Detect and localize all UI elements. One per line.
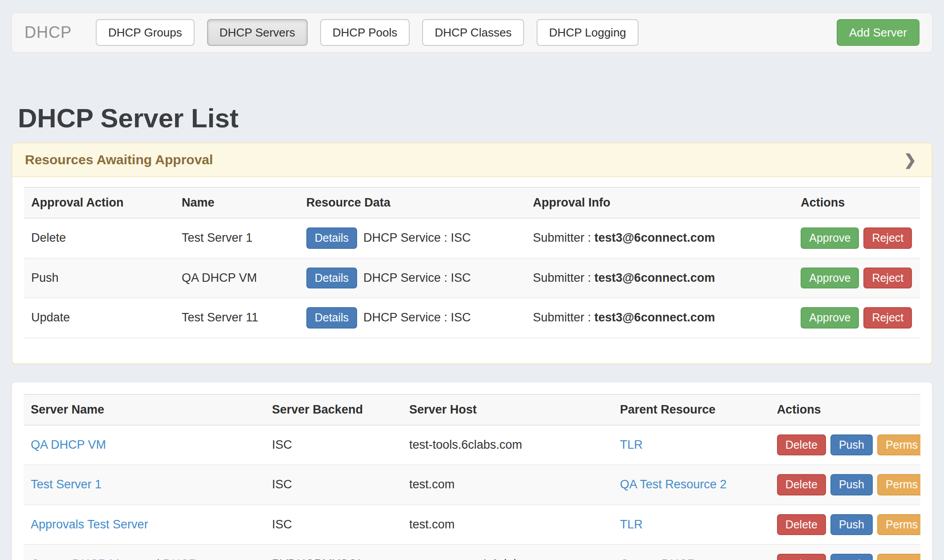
cell-server-name: QA DHCP VM bbox=[24, 425, 265, 465]
col-name: Name bbox=[175, 187, 299, 218]
delete-button[interactable]: Delete bbox=[777, 554, 826, 560]
cell-server-host: empty-centos1.6clabs.com bbox=[402, 544, 613, 560]
approve-button[interactable]: Approve bbox=[801, 268, 859, 289]
server-list-card: Server Name Server Backend Server Host P… bbox=[12, 382, 932, 560]
col-server-host: Server Host bbox=[402, 394, 613, 425]
approval-row: Update Test Server 11 Details DHCP Servi… bbox=[24, 298, 920, 338]
server-row: Test Server 1 ISC test.com QA Test Resou… bbox=[24, 465, 920, 505]
submitter-email: test3@6connect.com bbox=[594, 271, 715, 284]
resource-data-text: DHCP Service : ISC bbox=[363, 271, 471, 285]
cell-server-backend: ISC bbox=[265, 465, 402, 505]
cell-actions: Delete Push Perms bbox=[770, 465, 920, 505]
cell-name: Test Server 11 bbox=[175, 298, 299, 338]
parent-resource-link[interactable]: Centos DHCP bbox=[620, 557, 696, 560]
col-approval-action: Approval Action bbox=[24, 187, 175, 218]
cell-parent-resource: QA Test Resource 2 bbox=[613, 465, 769, 505]
cell-actions: Approve Reject bbox=[793, 218, 920, 258]
cell-actions: Delete Push Perms bbox=[770, 425, 920, 465]
col-resource-data: Resource Data bbox=[299, 187, 526, 218]
cell-actions: Approve Reject bbox=[793, 258, 920, 298]
approvals-table: Approval Action Name Resource Data Appro… bbox=[24, 187, 920, 338]
parent-resource-link[interactable]: TLR bbox=[620, 438, 643, 451]
cell-approval-info: Submitter : test3@6connect.com bbox=[526, 218, 794, 258]
details-button[interactable]: Details bbox=[306, 268, 357, 289]
push-button[interactable]: Push bbox=[830, 514, 873, 536]
perms-button[interactable]: Perms bbox=[877, 474, 920, 495]
submitter-email: test3@6connect.com bbox=[594, 231, 715, 244]
col-server-backend: Server Backend bbox=[265, 394, 402, 425]
perms-button[interactable]: Perms bbox=[877, 554, 920, 560]
server-row: Approvals Test Server ISC test.com TLR D… bbox=[24, 505, 920, 545]
server-name-link[interactable]: Test Server 1 bbox=[31, 478, 102, 491]
cell-resource-data: Details DHCP Service : ISC bbox=[299, 258, 526, 298]
cell-actions: Delete Push Perms bbox=[770, 505, 920, 545]
col-server-name: Server Name bbox=[24, 394, 265, 425]
approvals-panel-title: Resources Awaiting Approval bbox=[25, 152, 213, 167]
approvals-panel-header[interactable]: Resources Awaiting Approval ❯ bbox=[12, 143, 932, 177]
parent-resource-link[interactable]: TLR bbox=[620, 518, 643, 531]
cell-approval-action: Update bbox=[24, 298, 175, 338]
cell-approval-action: Delete bbox=[24, 218, 175, 258]
cell-approval-info: Submitter : test3@6connect.com bbox=[526, 258, 794, 298]
details-button[interactable]: Details bbox=[306, 307, 357, 329]
server-name-link[interactable]: Approvals Test Server bbox=[31, 518, 148, 531]
cell-actions: Delete Push Perms bbox=[770, 544, 920, 560]
push-button[interactable]: Push bbox=[830, 434, 873, 456]
col-actions: Actions bbox=[793, 187, 920, 218]
tab-dhcp-servers[interactable]: DHCP Servers bbox=[207, 19, 308, 46]
approvals-panel-body: Approval Action Name Resource Data Appro… bbox=[12, 177, 932, 363]
add-server-button[interactable]: Add Server bbox=[837, 19, 920, 46]
cell-server-host: test.com bbox=[402, 465, 613, 505]
cell-parent-resource: Centos DHCP bbox=[613, 544, 769, 560]
cell-resource-data: Details DHCP Service : ISC bbox=[299, 298, 526, 338]
push-button[interactable]: Push bbox=[830, 474, 873, 495]
tab-dhcp-groups[interactable]: DHCP Groups bbox=[96, 19, 195, 46]
page-title: DHCP Server List bbox=[18, 105, 932, 132]
cell-name: Test Server 1 bbox=[175, 218, 299, 258]
delete-button[interactable]: Delete bbox=[777, 434, 826, 456]
delete-button[interactable]: Delete bbox=[777, 514, 826, 536]
cell-server-backend: PVDHCPMYSQL bbox=[265, 544, 402, 560]
approve-button[interactable]: Approve bbox=[801, 307, 859, 329]
approvals-panel: Resources Awaiting Approval ❯ Approval A… bbox=[12, 142, 932, 364]
col-parent-resource: Parent Resource bbox=[613, 394, 769, 425]
tab-dhcp-logging[interactable]: DHCP Logging bbox=[537, 19, 639, 46]
cell-parent-resource: TLR bbox=[613, 425, 769, 465]
section-label: DHCP bbox=[24, 23, 72, 42]
tab-dhcp-pools[interactable]: DHCP Pools bbox=[320, 19, 410, 46]
parent-resource-link[interactable]: QA Test Resource 2 bbox=[620, 478, 727, 491]
cell-approval-action: Push bbox=[24, 258, 175, 298]
approval-row: Push QA DHCP VM Details DHCP Service : I… bbox=[24, 258, 920, 298]
chevron-right-icon[interactable]: ❯ bbox=[904, 152, 917, 167]
resource-data-text: DHCP Service : ISC bbox=[363, 311, 471, 325]
perms-button[interactable]: Perms bbox=[877, 514, 920, 536]
submitter-label: Submitter : bbox=[533, 311, 591, 324]
server-name-link[interactable]: QA DHCP VM bbox=[31, 438, 106, 451]
cell-server-backend: ISC bbox=[265, 425, 402, 465]
reject-button[interactable]: Reject bbox=[863, 227, 912, 249]
push-button[interactable]: Push bbox=[830, 554, 873, 560]
submitter-label: Submitter : bbox=[533, 231, 591, 244]
cell-parent-resource: TLR bbox=[613, 505, 769, 545]
server-row: QA DHCP VM ISC test-tools.6clabs.com TLR… bbox=[24, 425, 920, 465]
reject-button[interactable]: Reject bbox=[863, 268, 912, 289]
details-button[interactable]: Details bbox=[306, 227, 357, 249]
delete-button[interactable]: Delete bbox=[777, 474, 826, 495]
server-row: Centos DHCP Managed DHCP PVDHCPMYSQL emp… bbox=[24, 544, 920, 560]
cell-server-name: Centos DHCP Managed DHCP bbox=[24, 544, 265, 560]
col-approval-info: Approval Info bbox=[526, 187, 794, 218]
col-actions: Actions bbox=[770, 394, 920, 425]
server-table: Server Name Server Backend Server Host P… bbox=[24, 394, 920, 560]
cell-server-backend: ISC bbox=[265, 505, 402, 545]
submitter-label: Submitter : bbox=[533, 271, 591, 284]
approve-button[interactable]: Approve bbox=[801, 227, 859, 249]
cell-server-name: Approvals Test Server bbox=[24, 505, 265, 545]
dhcp-toolbar: DHCP DHCP Groups DHCP Servers DHCP Pools… bbox=[12, 12, 932, 53]
server-name-link[interactable]: Centos DHCP Managed DHCP bbox=[31, 557, 197, 560]
reject-button[interactable]: Reject bbox=[863, 307, 912, 329]
tab-dhcp-classes[interactable]: DHCP Classes bbox=[422, 19, 524, 46]
cell-resource-data: Details DHCP Service : ISC bbox=[299, 218, 526, 258]
cell-server-host: test.com bbox=[402, 505, 613, 545]
resource-data-text: DHCP Service : ISC bbox=[363, 231, 471, 245]
perms-button[interactable]: Perms bbox=[877, 434, 920, 456]
